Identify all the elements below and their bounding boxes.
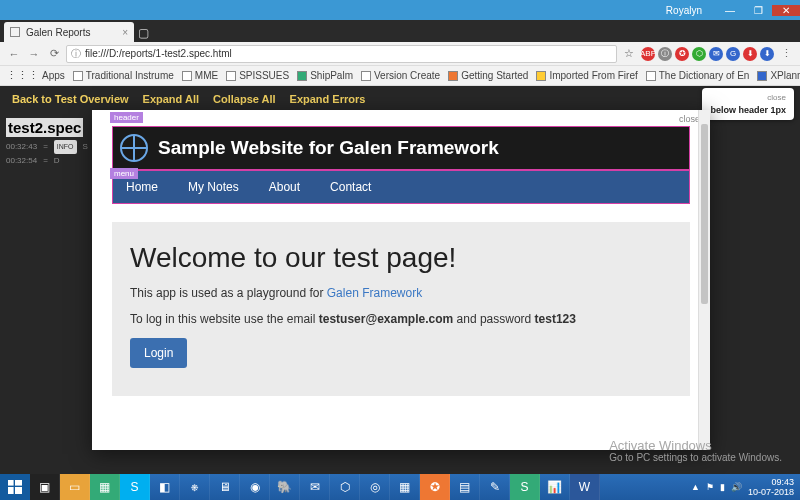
menu-label-tag: menu [110, 168, 138, 179]
taskbar-app[interactable]: 📊 [540, 474, 570, 500]
menu-home[interactable]: Home [126, 180, 158, 194]
bookmark-item[interactable]: Traditional Instrume [73, 70, 174, 81]
log-lines: 00:32:43=INFOS 00:32:54=D [6, 140, 88, 168]
collapse-all-link[interactable]: Collapse All [213, 93, 276, 105]
taskbar-app[interactable]: ◧ [150, 474, 180, 500]
window-minimize-button[interactable]: — [716, 5, 744, 16]
site-menu: Home My Notes About Contact [112, 170, 690, 204]
taskbar-app[interactable]: ▤ [450, 474, 480, 500]
tooltip-close[interactable]: close [710, 92, 786, 104]
taskbar-skype[interactable]: S [120, 474, 150, 500]
intro-text: This app is used as a playground for Gal… [130, 286, 672, 300]
taskbar-chrome[interactable]: ◉ [240, 474, 270, 500]
menu-notes[interactable]: My Notes [188, 180, 239, 194]
page-heading: Welcome to our test page! [130, 242, 672, 274]
bookmark-item[interactable]: SPISSUES [226, 70, 289, 81]
tray-flag-icon[interactable]: ⚑ [706, 482, 714, 492]
expand-errors-link[interactable]: Expand Errors [290, 93, 366, 105]
new-tab-button[interactable]: ▢ [134, 26, 152, 42]
taskbar-app[interactable]: ✉ [300, 474, 330, 500]
taskbar-app[interactable]: ⬡ [330, 474, 360, 500]
window-titlebar: Royalyn — ❐ ✕ [0, 0, 800, 20]
svg-rect-3 [15, 487, 22, 494]
chrome-menu-button[interactable]: ⋮ [778, 46, 794, 62]
tray-overflow-icon[interactable]: ▲ [691, 482, 700, 492]
tab-close-button[interactable]: × [122, 27, 128, 38]
scrollbar-thumb[interactable] [701, 124, 708, 304]
bookmarks-bar: ⋮⋮⋮Apps Traditional Instrume MME SPISSUE… [0, 66, 800, 86]
browser-tab[interactable]: Galen Reports × [4, 22, 134, 42]
browser-tabstrip: Galen Reports × ▢ [0, 20, 800, 42]
bookmark-item[interactable]: Version Create [361, 70, 440, 81]
ext-icon[interactable]: ⬇ [760, 47, 774, 61]
address-bar[interactable]: ⓘ file:///D:/reports/1-test2.spec.html [66, 45, 617, 63]
taskbar-app[interactable]: 🖥 [210, 474, 240, 500]
bookmark-item[interactable]: Getting Started [448, 70, 528, 81]
bookmark-item[interactable]: The Dictionary of En [646, 70, 750, 81]
bookmark-item[interactable]: ⋮⋮⋮Apps [6, 69, 65, 82]
layout-hint-tooltip: close below header 1px [702, 88, 794, 120]
window-maximize-button[interactable]: ❐ [744, 5, 772, 16]
tray-volume-icon[interactable]: 🔊 [731, 482, 742, 492]
start-button[interactable] [0, 474, 30, 500]
tooltip-text: below header 1px [710, 104, 786, 116]
modal-scrollbar[interactable] [698, 110, 710, 450]
back-button[interactable]: ← [6, 46, 22, 62]
url-text: file:///D:/reports/1-test2.spec.html [85, 48, 232, 59]
menu-contact[interactable]: Contact [330, 180, 371, 194]
extension-icons: ABP ⓘ ✪ ⬡ ✉ G ⬇ ⬇ [641, 47, 774, 61]
taskbar-app[interactable]: ▦ [90, 474, 120, 500]
bookmark-item[interactable]: Imported From Firef [536, 70, 637, 81]
taskbar-app[interactable]: 🐘 [270, 474, 300, 500]
globe-icon [120, 134, 148, 162]
header-label-tag: header [110, 112, 143, 123]
windows-taskbar: ▣ ▭ ▦ S ◧ ⎈ 🖥 ◉ 🐘 ✉ ⬡ ◎ ▦ ✪ ▤ ✎ S 📊 W ▲ … [0, 474, 800, 500]
ext-abp-icon[interactable]: ABP [641, 47, 655, 61]
bookmark-star-icon[interactable]: ☆ [621, 46, 637, 62]
svg-rect-0 [8, 480, 14, 486]
forward-button[interactable]: → [26, 46, 42, 62]
back-to-overview-link[interactable]: Back to Test Overview [12, 93, 129, 105]
window-close-button[interactable]: ✕ [772, 5, 800, 16]
taskbar-app[interactable]: ▣ [30, 474, 60, 500]
tray-network-icon[interactable]: ▮ [720, 482, 725, 492]
bookmark-item[interactable]: XPlanner Login [757, 70, 800, 81]
preview-modal: close header menu Sample Website for Gal… [92, 110, 710, 450]
taskbar-app[interactable]: ✪ [420, 474, 450, 500]
site-info-icon[interactable]: ⓘ [71, 47, 81, 61]
taskbar-app[interactable]: ✎ [480, 474, 510, 500]
spec-title: test2.spec [6, 118, 83, 137]
menu-about[interactable]: About [269, 180, 300, 194]
ext-icon[interactable]: ✉ [709, 47, 723, 61]
galen-toolbar: Back to Test Overview Expand All Collaps… [0, 86, 800, 112]
browser-toolbar: ← → ⟳ ⓘ file:///D:/reports/1-test2.spec.… [0, 42, 800, 66]
taskbar-app[interactable]: S [510, 474, 540, 500]
ext-icon[interactable]: ⓘ [658, 47, 672, 61]
bookmark-item[interactable]: ShipPalm [297, 70, 353, 81]
tray-clock[interactable]: 09:43 10-07-2018 [748, 477, 794, 497]
taskbar-app[interactable]: ⎈ [180, 474, 210, 500]
taskbar-word[interactable]: W [570, 474, 600, 500]
modal-close-link[interactable]: close [679, 114, 700, 124]
system-tray: ▲ ⚑ ▮ 🔊 09:43 10-07-2018 [685, 477, 800, 497]
bookmark-item[interactable]: MME [182, 70, 218, 81]
login-instructions: To log in this website use the email tes… [130, 312, 672, 326]
login-button[interactable]: Login [130, 338, 187, 368]
ext-icon[interactable]: G [726, 47, 740, 61]
ext-icon[interactable]: ⬡ [692, 47, 706, 61]
site-title: Sample Website for Galen Framework [158, 137, 499, 159]
user-name: Royalyn [662, 5, 708, 16]
galen-framework-link[interactable]: Galen Framework [327, 286, 422, 300]
taskbar-app[interactable]: ▭ [60, 474, 90, 500]
tab-title: Galen Reports [26, 27, 90, 38]
svg-rect-1 [15, 480, 22, 486]
ext-icon[interactable]: ⬇ [743, 47, 757, 61]
ext-icon[interactable]: ✪ [675, 47, 689, 61]
taskbar-app[interactable]: ▦ [390, 474, 420, 500]
taskbar-apps: ▣ ▭ ▦ S ◧ ⎈ 🖥 ◉ 🐘 ✉ ⬡ ◎ ▦ ✪ ▤ ✎ S 📊 W [30, 474, 600, 500]
reload-button[interactable]: ⟳ [46, 46, 62, 62]
expand-all-link[interactable]: Expand All [143, 93, 199, 105]
page-icon [10, 27, 20, 37]
taskbar-app[interactable]: ◎ [360, 474, 390, 500]
content-panel: Welcome to our test page! This app is us… [112, 222, 690, 396]
